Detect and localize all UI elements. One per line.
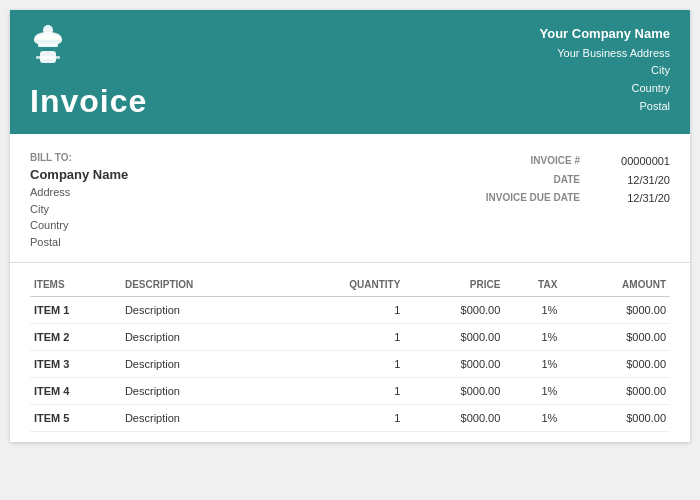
col-quantity: QUANTITY — [281, 273, 405, 297]
item-amount-0: $000.00 — [561, 297, 670, 324]
info-section: BILL TO: Company Name Address City Count… — [10, 134, 690, 263]
table-header-row: ITEMS DESCRIPTION QUANTITY PRICE TAX AMO… — [30, 273, 670, 297]
svg-point-4 — [43, 25, 53, 35]
item-tax-0: 1% — [504, 297, 561, 324]
item-amount-2: $000.00 — [561, 351, 670, 378]
item-tax-2: 1% — [504, 351, 561, 378]
table-row: ITEM 1 Description 1 $000.00 1% $000.00 — [30, 297, 670, 324]
header-city: City — [651, 62, 670, 80]
col-price: PRICE — [404, 273, 504, 297]
item-name-2: ITEM 3 — [30, 351, 121, 378]
col-description: DESCRIPTION — [121, 273, 281, 297]
company-name: Your Company Name — [539, 24, 670, 45]
due-date-value: 12/31/20 — [600, 189, 670, 208]
business-address: Your Business Address — [557, 45, 670, 63]
invoice-number-row: INVOICE # 00000001 — [486, 152, 670, 171]
header-left: Invoice — [10, 10, 430, 134]
items-table: ITEMS DESCRIPTION QUANTITY PRICE TAX AMO… — [30, 273, 670, 432]
table-row: ITEM 5 Description 1 $000.00 1% $000.00 — [30, 405, 670, 432]
bill-to-address: Address — [30, 184, 128, 201]
table-row: ITEM 2 Description 1 $000.00 1% $000.00 — [30, 324, 670, 351]
col-items: ITEMS — [30, 273, 121, 297]
svg-rect-1 — [38, 44, 58, 47]
item-name-4: ITEM 5 — [30, 405, 121, 432]
item-desc-0: Description — [121, 297, 281, 324]
item-price-2: $000.00 — [404, 351, 504, 378]
header-right: Your Company Name Your Business Address … — [430, 10, 690, 134]
company-icon — [30, 24, 410, 73]
item-tax-1: 1% — [504, 324, 561, 351]
item-qty-3: 1 — [281, 378, 405, 405]
item-price-0: $000.00 — [404, 297, 504, 324]
item-desc-1: Description — [121, 324, 281, 351]
bill-to-postal: Postal — [30, 234, 128, 251]
date-label: DATE — [554, 171, 580, 190]
due-date-row: INVOICE DUE DATE 12/31/20 — [486, 189, 670, 208]
item-name-1: ITEM 2 — [30, 324, 121, 351]
bill-to: BILL TO: Company Name Address City Count… — [30, 152, 128, 250]
invoice-page: Invoice Your Company Name Your Business … — [10, 10, 690, 442]
header-postal: Postal — [639, 98, 670, 116]
bill-to-city: City — [30, 201, 128, 218]
bill-to-label: BILL TO: — [30, 152, 128, 163]
date-value: 12/31/20 — [600, 171, 670, 190]
item-tax-4: 1% — [504, 405, 561, 432]
item-desc-3: Description — [121, 378, 281, 405]
item-amount-1: $000.00 — [561, 324, 670, 351]
item-desc-4: Description — [121, 405, 281, 432]
table-row: ITEM 4 Description 1 $000.00 1% $000.00 — [30, 378, 670, 405]
invoice-number-value: 00000001 — [600, 152, 670, 171]
invoice-header: Invoice Your Company Name Your Business … — [10, 10, 690, 134]
header-country: Country — [631, 80, 670, 98]
due-date-label: INVOICE DUE DATE — [486, 189, 580, 208]
item-amount-3: $000.00 — [561, 378, 670, 405]
date-row: DATE 12/31/20 — [486, 171, 670, 190]
item-qty-4: 1 — [281, 405, 405, 432]
item-name-0: ITEM 1 — [30, 297, 121, 324]
invoice-number-label: INVOICE # — [531, 152, 580, 171]
invoice-title: Invoice — [30, 83, 410, 120]
item-amount-4: $000.00 — [561, 405, 670, 432]
item-price-4: $000.00 — [404, 405, 504, 432]
item-name-3: ITEM 4 — [30, 378, 121, 405]
bill-to-company: Company Name — [30, 167, 128, 182]
table-row: ITEM 3 Description 1 $000.00 1% $000.00 — [30, 351, 670, 378]
item-price-3: $000.00 — [404, 378, 504, 405]
item-qty-2: 1 — [281, 351, 405, 378]
item-qty-1: 1 — [281, 324, 405, 351]
svg-rect-3 — [36, 56, 60, 59]
col-amount: AMOUNT — [561, 273, 670, 297]
items-table-section: ITEMS DESCRIPTION QUANTITY PRICE TAX AMO… — [10, 263, 690, 442]
item-qty-0: 1 — [281, 297, 405, 324]
item-price-1: $000.00 — [404, 324, 504, 351]
invoice-meta: INVOICE # 00000001 DATE 12/31/20 INVOICE… — [486, 152, 670, 250]
item-desc-2: Description — [121, 351, 281, 378]
bill-to-country: Country — [30, 217, 128, 234]
item-tax-3: 1% — [504, 378, 561, 405]
col-tax: TAX — [504, 273, 561, 297]
